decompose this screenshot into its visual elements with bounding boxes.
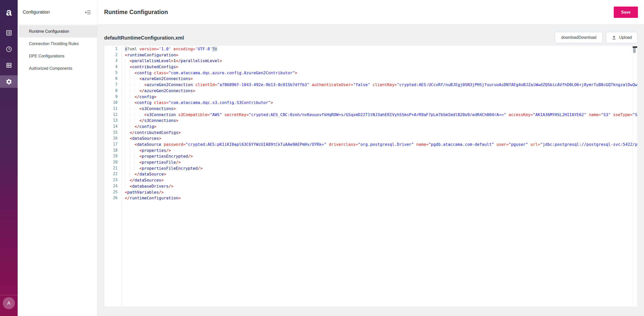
main-header: Runtime Configuration Save (97, 0, 644, 25)
clock-icon (6, 46, 12, 53)
rail-nav-list[interactable] (0, 26, 18, 39)
code-line-8: </azureGen2Connections> (104, 88, 637, 94)
list-icon (6, 29, 12, 36)
collapse-menu-icon (85, 9, 91, 16)
code-line-14: </config> (104, 124, 637, 130)
sidebar-item-connection-throttling-rules[interactable]: Connection Throttling Rules (18, 38, 97, 50)
file-name: defaultRuntimeConfiguration.xml (104, 32, 184, 43)
sidebar-header: Configuration (18, 0, 97, 25)
xml-code-editor[interactable]: 1234567891011121314151617181920212223242… (104, 45, 637, 307)
collapse-sidebar-button[interactable] (84, 9, 92, 16)
server-icon (6, 62, 12, 69)
app-logo[interactable]: a (0, 6, 18, 19)
rail-nav-servers[interactable] (0, 59, 18, 72)
upload-button[interactable]: Upload (606, 32, 637, 43)
code-line-15: </contributedConfigs> (104, 130, 637, 136)
user-avatar[interactable]: A (3, 297, 15, 309)
code-line-25: <pathVariables/> (104, 189, 637, 195)
code-line-11: <s3Connections> (104, 106, 637, 112)
code-line-1: <?xml version='1.0' encoding='UTF-8'?> (104, 46, 637, 52)
code-line-3: <parallelismLevel>1</parallelismLevel> (104, 58, 637, 64)
app-rail: a (0, 0, 18, 316)
code-line-20: <propertiesFile/> (104, 159, 637, 165)
code-line-19: <propertiesEncrypted/> (104, 153, 637, 159)
code-line-17: <dataSource password="crypted:AES:pK1iKI… (104, 142, 637, 148)
code-line-12: <s3Connection s3Compatible="AWS" secretK… (104, 112, 637, 118)
editor-scrollbar-track (633, 46, 633, 306)
rail-divider (0, 295, 18, 295)
sidebar-item-dpe-configurations[interactable]: DPE Configurations (18, 50, 97, 62)
code-line-21: <propertiesFileEncrypted/> (104, 165, 637, 171)
configuration-sidebar: Configuration Runtime ConfigurationConne… (18, 0, 97, 316)
rail-nav-schedule[interactable] (0, 43, 18, 55)
sidebar-title: Configuration (23, 10, 50, 15)
code-line-9: </config> (104, 94, 637, 100)
code-line-26: </runtimeConfiguration> (104, 195, 637, 201)
code-line-7: <azureGen2Connection clientId="a786896f-… (104, 82, 637, 88)
sidebar-menu: Runtime ConfigurationConnection Throttli… (18, 25, 97, 75)
app-logo-letter: a (6, 7, 12, 17)
code-line-13: </s3Connections> (104, 118, 637, 124)
sidebar-item-authorized-components[interactable]: Authorized Components (18, 62, 97, 75)
sidebar-item-runtime-configuration[interactable]: Runtime Configuration (19, 25, 97, 38)
rail-nav-configuration[interactable] (0, 75, 18, 88)
code-line-10: <config class="com.ataccama.dqc.s3.confi… (104, 100, 637, 106)
upload-button-label: Upload (619, 35, 632, 40)
download-button[interactable]: downloadDownload (555, 32, 603, 43)
page-title: Runtime Configuration (104, 0, 168, 24)
code-line-4: <contributedConfigs> (104, 64, 637, 70)
code-line-6: <azureGen2Connections> (104, 76, 637, 82)
editor-scrollbar-thumb[interactable] (633, 48, 636, 53)
save-button[interactable]: Save (614, 7, 638, 18)
code-line-23: </dataSources> (104, 177, 637, 183)
code-line-22: </dataSource> (104, 171, 637, 177)
code-line-16: <dataSources> (104, 135, 637, 142)
code-line-5: <config class="com.ataccama.dqc.azure.co… (104, 70, 637, 76)
code-line-18: <properties/> (104, 148, 637, 154)
upload-icon (611, 35, 617, 40)
code-area[interactable]: <?xml version='1.0' encoding='UTF-8'?><r… (104, 46, 637, 201)
gear-icon (6, 78, 12, 85)
code-line-24: <databaseDrivers/> (104, 183, 637, 189)
avatar-letter: A (7, 300, 11, 306)
code-line-2: <runtimeConfiguration> (104, 52, 637, 58)
